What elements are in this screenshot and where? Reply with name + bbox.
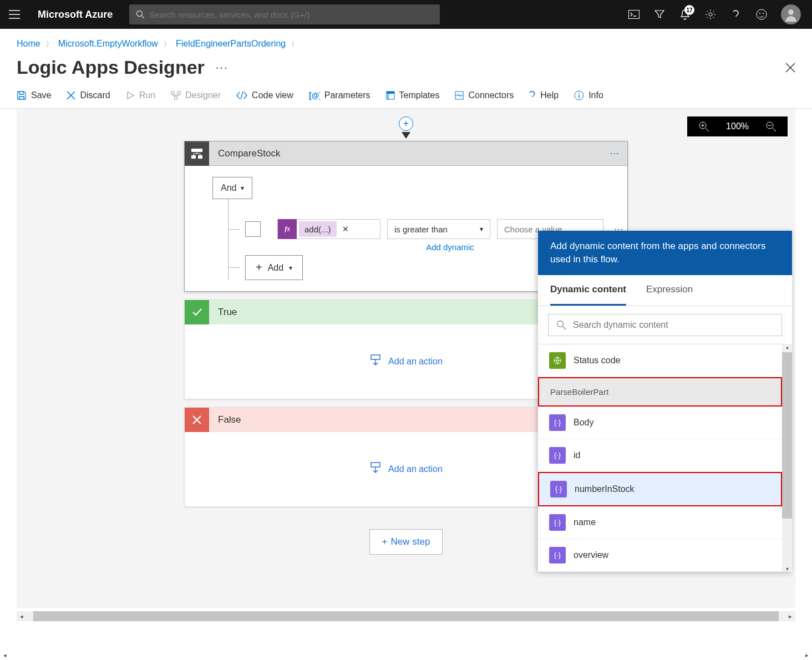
dynamic-item-overview[interactable]: {·} overview: [538, 539, 782, 572]
info-button[interactable]: Info: [574, 90, 603, 100]
chevron-right-icon: 〉: [291, 39, 298, 49]
info-icon: [574, 90, 584, 100]
canvas-h-scrollbar[interactable]: ◂ ▸: [17, 611, 795, 621]
run-label: Run: [139, 90, 155, 100]
discard-button[interactable]: Discard: [67, 90, 110, 100]
connectors-button[interactable]: Connectors: [455, 90, 514, 100]
dynamic-group-label: ParseBoilerPart: [550, 387, 608, 397]
parameters-button[interactable]: [@] Parameters: [309, 90, 371, 100]
zoom-out-icon[interactable]: [765, 121, 777, 132]
chevron-right-icon: 〉: [164, 39, 170, 49]
dynamic-item-name[interactable]: {·} name: [538, 506, 782, 539]
breadcrumb-workflow[interactable]: Microsoft.EmptyWorkflow: [58, 39, 158, 49]
condition-more-icon[interactable]: ···: [610, 149, 620, 158]
dynamic-item-status-code[interactable]: Status code: [538, 344, 782, 377]
http-icon: [549, 352, 566, 369]
svg-point-4: [757, 9, 767, 19]
global-search[interactable]: [129, 4, 440, 24]
svg-rect-24: [198, 155, 202, 159]
hamburger-menu[interactable]: [7, 10, 22, 19]
condition-left-operand[interactable]: fx add(...) ✕: [277, 219, 380, 239]
condition-operator-select[interactable]: is greater than ▾: [387, 219, 490, 239]
dynamic-content-panel: Add dynamic content from the apps and co…: [538, 231, 792, 572]
templates-label: Templates: [399, 90, 440, 100]
search-icon: [556, 320, 566, 330]
search-icon: [136, 10, 145, 19]
true-label: True: [218, 307, 237, 318]
dynamic-content-header: Add dynamic content from the apps and co…: [538, 231, 792, 275]
help-button[interactable]: Help: [529, 90, 559, 100]
add-dynamic-content-link[interactable]: Add dynamic: [426, 242, 474, 252]
page-h-scrollbar[interactable]: ◂ ▸: [0, 650, 812, 660]
new-step-button[interactable]: + New step: [369, 529, 443, 555]
page-more-icon[interactable]: ···: [216, 61, 229, 74]
add-action-label: Add an action: [388, 357, 443, 367]
dynamic-search[interactable]: [548, 314, 782, 336]
new-step-label: New step: [391, 536, 430, 547]
condition-card-header[interactable]: CompareStock ···: [185, 141, 627, 166]
insert-step-button[interactable]: +: [399, 116, 413, 131]
svg-point-7: [788, 9, 794, 15]
condition-row-checkbox[interactable]: [245, 221, 261, 237]
arrow-down-icon: [402, 132, 410, 139]
close-blade-icon[interactable]: [785, 63, 795, 73]
zoom-level: 100%: [726, 121, 749, 131]
zoom-toolbar: 100%: [687, 116, 788, 136]
svg-rect-13: [387, 92, 394, 94]
global-search-input[interactable]: [149, 10, 433, 19]
add-condition-row-button[interactable]: + Add ▾: [245, 255, 303, 280]
dynamic-search-input[interactable]: [573, 320, 774, 330]
condition-group-operator[interactable]: And ▾: [212, 177, 252, 199]
codeview-label: Code view: [252, 90, 293, 100]
svg-point-0: [137, 11, 143, 17]
dynamic-item-body[interactable]: {·} Body: [538, 407, 782, 439]
parameters-icon: [@]: [309, 91, 320, 100]
json-icon: {·}: [549, 414, 566, 431]
dynamic-item-numberinstock[interactable]: {·} numberInStock: [538, 472, 782, 506]
add-action-true[interactable]: Add an action: [369, 354, 443, 369]
tab-expression[interactable]: Expression: [646, 275, 693, 306]
svg-rect-9: [177, 92, 180, 94]
play-icon: [126, 91, 135, 100]
x-icon: [185, 408, 209, 432]
zoom-in-icon[interactable]: [698, 121, 709, 132]
svg-rect-22: [191, 149, 202, 152]
panel-scrollbar[interactable]: ▴ ▾: [782, 344, 792, 572]
notifications-icon[interactable]: 17: [679, 8, 691, 21]
dynamic-item-label: Body: [574, 418, 593, 428]
tab-dynamic-content[interactable]: Dynamic content: [550, 275, 626, 306]
dynamic-item-label: numberInStock: [575, 484, 635, 494]
settings-icon[interactable]: [704, 8, 717, 21]
breadcrumb-home[interactable]: Home: [17, 39, 40, 49]
save-button[interactable]: Save: [17, 90, 51, 100]
remove-token-icon[interactable]: ✕: [339, 225, 352, 233]
templates-button[interactable]: Templates: [386, 90, 440, 100]
svg-rect-14: [387, 94, 389, 99]
designer-label: Designer: [185, 90, 221, 100]
add-action-false[interactable]: Add an action: [369, 462, 443, 476]
plus-icon: +: [382, 536, 388, 547]
svg-line-28: [563, 326, 566, 329]
page-title: Logic Apps Designer: [17, 57, 205, 78]
dynamic-item-label: Status code: [574, 356, 621, 365]
codeview-button[interactable]: Code view: [236, 90, 293, 100]
svg-rect-25: [371, 355, 380, 359]
feedback-icon[interactable]: [755, 8, 768, 21]
cloud-shell-icon[interactable]: [628, 8, 640, 21]
check-icon: [185, 300, 209, 324]
add-action-icon: [369, 462, 382, 476]
dynamic-item-id[interactable]: {·} id: [538, 439, 782, 472]
filter-icon[interactable]: [653, 8, 666, 21]
breadcrumb-resource[interactable]: FieldEngineerPartsOrdering: [176, 39, 286, 49]
json-icon: {·}: [549, 447, 566, 464]
help-icon: [529, 90, 536, 100]
svg-line-21: [773, 128, 776, 131]
and-label: And: [221, 183, 236, 193]
account-avatar[interactable]: [781, 4, 801, 24]
add-action-label: Add an action: [388, 464, 443, 474]
fx-icon: fx: [278, 219, 297, 239]
parameters-label: Parameters: [324, 90, 371, 100]
condition-icon: [185, 141, 209, 166]
help-icon[interactable]: [730, 8, 742, 21]
dynamic-group-header: ParseBoilerPart: [538, 377, 782, 407]
